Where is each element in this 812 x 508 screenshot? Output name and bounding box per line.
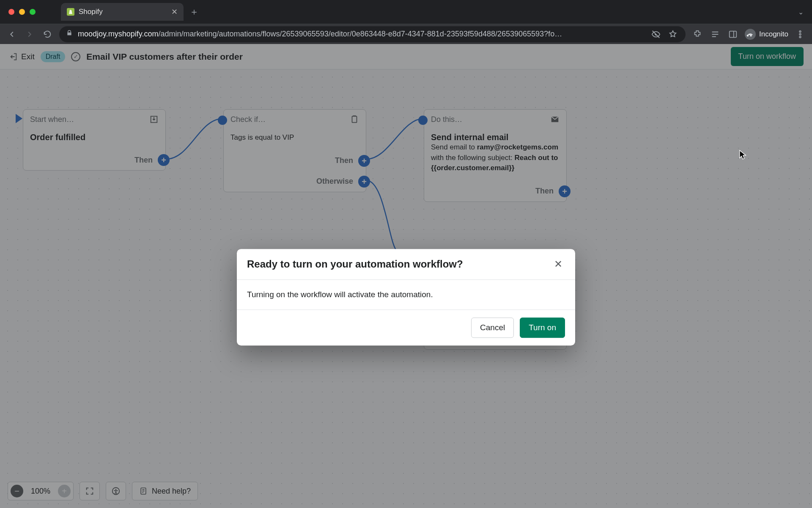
modal-footer: Cancel Turn on xyxy=(237,310,575,345)
svg-rect-0 xyxy=(730,31,737,37)
incognito-label: Incognito xyxy=(759,30,788,39)
browser-titlebar: Shopify ✕ ＋ ⌄ xyxy=(0,0,812,24)
address-bar[interactable]: moodjoy.myshopify.com/admin/marketing/au… xyxy=(59,26,686,42)
bookmark-star-icon[interactable] xyxy=(667,28,679,40)
browser-tab[interactable]: Shopify ✕ xyxy=(61,3,184,21)
modal-title: Ready to turn on your automation workflo… xyxy=(247,258,463,270)
new-tab-button[interactable]: ＋ xyxy=(189,6,199,18)
eye-off-icon[interactable] xyxy=(650,28,662,40)
reading-list-icon[interactable] xyxy=(709,28,721,40)
address-url: moodjoy.myshopify.com/admin/marketing/au… xyxy=(78,30,645,39)
svg-point-2 xyxy=(799,33,801,35)
shopify-favicon-icon xyxy=(67,8,74,16)
cancel-button[interactable]: Cancel xyxy=(471,318,514,338)
browser-menu-icon[interactable] xyxy=(794,28,806,40)
close-icon: ✕ xyxy=(554,258,562,270)
window-close-button[interactable] xyxy=(8,9,14,15)
turn-on-button[interactable]: Turn on xyxy=(520,318,565,338)
nav-forward-button[interactable] xyxy=(24,28,36,40)
modal-body: Turning on the workflow will activate th… xyxy=(237,280,575,310)
app-viewport: Exit Draft ✓ Email VIP customers after t… xyxy=(0,44,812,508)
incognito-icon xyxy=(745,29,756,40)
nav-reload-button[interactable] xyxy=(41,28,53,40)
side-panel-icon[interactable] xyxy=(727,28,739,40)
browser-chrome: Shopify ✕ ＋ ⌄ moodjoy.myshopify.com/admi… xyxy=(0,0,812,44)
profile-incognito[interactable]: Incognito xyxy=(745,29,788,40)
tab-title: Shopify xyxy=(79,8,103,16)
confirm-modal: Ready to turn on your automation workflo… xyxy=(237,249,575,345)
tab-close-icon[interactable]: ✕ xyxy=(171,7,178,17)
extensions-icon[interactable] xyxy=(691,28,703,40)
svg-point-3 xyxy=(799,36,801,38)
modal-close-button[interactable]: ✕ xyxy=(551,257,565,271)
nav-back-button[interactable] xyxy=(6,28,18,40)
window-minimize-button[interactable] xyxy=(19,9,25,15)
window-traffic-lights xyxy=(0,9,44,15)
window-maximize-button[interactable] xyxy=(30,9,36,15)
svg-point-1 xyxy=(799,30,801,32)
lock-icon xyxy=(66,30,73,39)
tabs-dropdown-icon[interactable]: ⌄ xyxy=(798,8,804,16)
browser-toolbar: moodjoy.myshopify.com/admin/marketing/au… xyxy=(0,24,812,44)
